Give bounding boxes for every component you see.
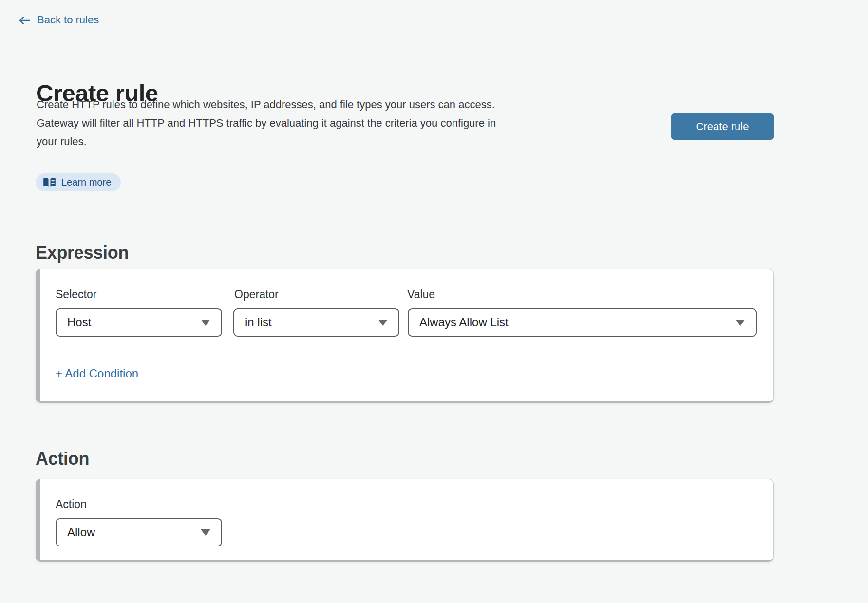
value-label: Value <box>407 288 435 301</box>
chevron-down-icon <box>201 320 210 326</box>
learn-more-badge[interactable]: Learn more <box>36 173 121 191</box>
create-rule-button[interactable]: Create rule <box>671 113 774 140</box>
create-rule-page: Back to rules Create rule Create HTTP ru… <box>0 0 868 603</box>
page-description-line: your rules. <box>37 132 496 151</box>
expression-heading: Expression <box>36 243 129 263</box>
book-icon <box>43 177 56 188</box>
action-dropdown[interactable]: Allow <box>56 518 222 546</box>
page-description-line: Create HTTP rules to define which websit… <box>37 95 496 114</box>
selector-label: Selector <box>56 288 96 301</box>
value-dropdown[interactable]: Always Allow List <box>408 308 757 337</box>
back-to-rules-link[interactable]: Back to rules <box>19 14 99 26</box>
selector-dropdown[interactable]: Host <box>56 308 222 337</box>
chevron-down-icon <box>378 320 388 326</box>
operator-label: Operator <box>234 288 279 301</box>
action-card: Action Allow <box>36 479 774 562</box>
page-description-line: Gateway will filter all HTTP and HTTPS t… <box>37 114 496 132</box>
chevron-down-icon <box>736 320 745 326</box>
back-to-rules-label: Back to rules <box>37 14 99 26</box>
action-heading: Action <box>36 449 89 469</box>
operator-dropdown-value: in list <box>245 316 272 329</box>
chevron-down-icon <box>201 529 210 536</box>
add-condition-link[interactable]: + Add Condition <box>56 367 138 380</box>
operator-dropdown[interactable]: in list <box>233 308 399 337</box>
action-dropdown-value: Allow <box>67 526 95 539</box>
learn-more-label: Learn more <box>61 177 111 188</box>
selector-dropdown-value: Host <box>67 316 91 329</box>
back-arrow-icon <box>19 15 31 25</box>
value-dropdown-value: Always Allow List <box>419 316 509 329</box>
page-description: Create HTTP rules to define which websit… <box>37 95 496 151</box>
action-label: Action <box>56 498 87 511</box>
expression-card: Selector Operator Value Host in list Alw… <box>36 269 774 403</box>
